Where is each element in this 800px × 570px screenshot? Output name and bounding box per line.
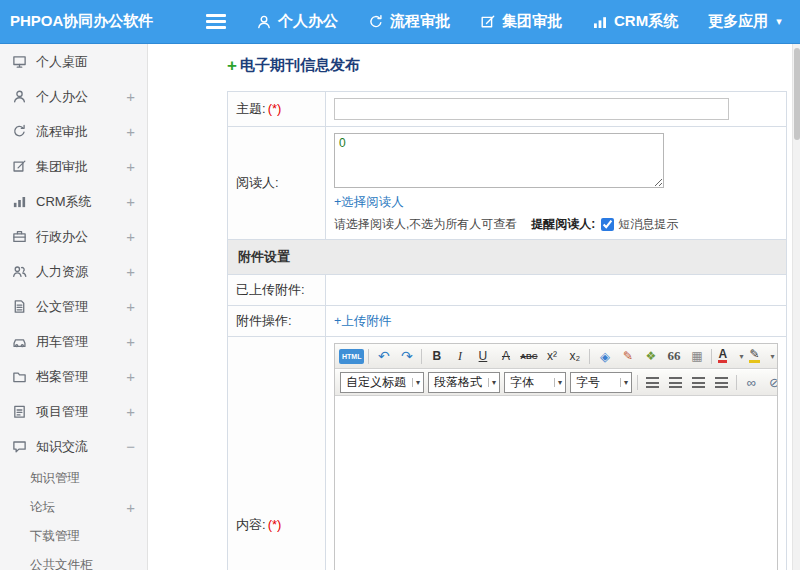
- page-title-text: 电子期刊信息发布: [240, 56, 360, 75]
- align-center-button[interactable]: [665, 373, 686, 393]
- superscript-button[interactable]: x²: [541, 346, 562, 366]
- folder-icon: [12, 369, 27, 384]
- font-family-select[interactable]: 字体 ▾: [504, 372, 566, 393]
- menu-icon[interactable]: [206, 11, 226, 32]
- blockquote-button[interactable]: 66: [663, 346, 684, 366]
- expand-icon[interactable]: +: [126, 403, 135, 420]
- nav-group-approval[interactable]: 集团审批: [480, 12, 562, 31]
- chevron-down-icon: ▾: [739, 352, 743, 361]
- html-source-button[interactable]: HTML: [339, 349, 364, 364]
- nav-label: CRM系统: [614, 12, 678, 31]
- expand-icon[interactable]: +: [126, 193, 135, 210]
- eraser-button[interactable]: ◈: [594, 346, 615, 366]
- cycle-icon: [368, 14, 384, 30]
- emoticon-grid-button[interactable]: ▦: [686, 346, 707, 366]
- edit-icon: [480, 14, 496, 30]
- vertical-scrollbar[interactable]: [792, 44, 800, 570]
- sidebar-item-knowledge-exchange[interactable]: 知识交流 −: [0, 429, 147, 464]
- link-button[interactable]: ∞: [741, 373, 762, 393]
- font-size-select[interactable]: 字号 ▾: [570, 372, 632, 393]
- nav-crm[interactable]: CRM系统: [592, 12, 678, 31]
- upload-attachment-link[interactable]: +上传附件: [334, 313, 391, 330]
- custom-heading-select[interactable]: 自定义标题 ▾: [340, 372, 424, 393]
- sidebar-subitem-forum[interactable]: 论坛 +: [0, 493, 147, 522]
- top-nav: 个人办公 流程审批 集团审批 CRM系统 更多应用 ▾: [256, 12, 782, 31]
- expand-icon[interactable]: +: [126, 368, 135, 385]
- expand-icon[interactable]: +: [126, 158, 135, 175]
- subscript-button[interactable]: x₂: [564, 346, 585, 366]
- readers-textarea[interactable]: 0: [334, 133, 664, 188]
- select-readers-link[interactable]: +选择阅读人: [334, 194, 404, 211]
- sidebar-item-crm[interactable]: CRM系统 +: [0, 184, 147, 219]
- page-title: + 电子期刊信息发布: [227, 56, 792, 75]
- sidebar-item-vehicle-mgmt[interactable]: 用车管理 +: [0, 324, 147, 359]
- align-justify-button[interactable]: [711, 373, 732, 393]
- sidebar-subitem-download-mgmt[interactable]: 下载管理: [0, 522, 147, 551]
- unlink-button[interactable]: ⊘: [764, 373, 777, 393]
- content-label: 内容:: [236, 517, 266, 532]
- align-left-button[interactable]: [642, 373, 663, 393]
- document-icon: [12, 299, 27, 314]
- format-brush-button[interactable]: ✎: [617, 346, 638, 366]
- underline-button[interactable]: U: [472, 346, 493, 366]
- sidebar-item-personal-office[interactable]: 个人办公 +: [0, 79, 147, 114]
- strikethrough-button[interactable]: A: [495, 346, 516, 366]
- sidebar-item-hr[interactable]: 人力资源 +: [0, 254, 147, 289]
- chevron-down-icon: ▾: [620, 378, 628, 387]
- expand-icon[interactable]: +: [126, 499, 135, 516]
- redo-button[interactable]: ↷: [396, 346, 417, 366]
- editor-toolbar-row2: 自定义标题 ▾ 段落格式 ▾ 字体 ▾: [335, 369, 777, 396]
- paint-format-button[interactable]: ❖: [640, 346, 661, 366]
- bold-button[interactable]: B: [426, 346, 447, 366]
- scrollbar-thumb[interactable]: [794, 48, 800, 140]
- attachment-ops-row: 附件操作: +上传附件: [228, 306, 787, 337]
- sidebar-item-document-mgmt[interactable]: 公文管理 +: [0, 289, 147, 324]
- sidebar-item-project-mgmt[interactable]: 项目管理 +: [0, 394, 147, 429]
- nav-personal-office[interactable]: 个人办公: [256, 12, 338, 31]
- chevron-down-icon: ▾: [554, 378, 562, 387]
- expand-icon[interactable]: +: [126, 333, 135, 350]
- remind-readers-label: 提醒阅读人:: [531, 216, 595, 233]
- nav-label: 流程审批: [390, 12, 450, 31]
- uploaded-label: 已上传附件:: [228, 275, 326, 306]
- expand-icon[interactable]: +: [126, 123, 135, 140]
- subject-input[interactable]: [334, 98, 729, 120]
- expand-icon[interactable]: +: [126, 88, 135, 105]
- sidebar-item-group-approval[interactable]: 集团审批 +: [0, 149, 147, 184]
- sidebar-item-archive-mgmt[interactable]: 档案管理 +: [0, 359, 147, 394]
- collapse-icon[interactable]: −: [126, 438, 135, 455]
- font-color-button[interactable]: A ▾: [716, 346, 745, 366]
- sidebar-subitem-knowledge-mgmt[interactable]: 知识管理: [0, 464, 147, 493]
- paragraph-format-select[interactable]: 段落格式 ▾: [428, 372, 500, 393]
- italic-button[interactable]: I: [449, 346, 470, 366]
- nav-more-apps[interactable]: 更多应用 ▾: [708, 12, 782, 31]
- nav-label: 更多应用: [708, 12, 768, 31]
- sidebar-item-admin-office[interactable]: 行政办公 +: [0, 219, 147, 254]
- readers-row: 阅读人: 0 +选择阅读人 请选择阅读人,不选为所有人可查看 提醒阅读人: 短消…: [228, 127, 787, 240]
- required-mark: (*): [268, 101, 282, 116]
- align-right-button[interactable]: [688, 373, 709, 393]
- sms-checkbox[interactable]: [601, 218, 614, 231]
- expand-icon[interactable]: +: [126, 298, 135, 315]
- bar-chart-icon: [12, 194, 27, 209]
- person-icon: [256, 14, 272, 30]
- nav-flow-approval[interactable]: 流程审批: [368, 12, 450, 31]
- sms-checkbox-label: 短消息提示: [618, 216, 678, 233]
- remove-format-button[interactable]: ABC: [518, 346, 539, 366]
- expand-icon[interactable]: +: [126, 263, 135, 280]
- people-icon: [12, 264, 27, 279]
- attachment-section-row: 附件设置: [228, 240, 787, 275]
- briefcase-icon: [12, 229, 27, 244]
- uploaded-attachments-row: 已上传附件:: [228, 275, 787, 306]
- edit-icon: [12, 159, 27, 174]
- sidebar-item-personal-desktop[interactable]: 个人桌面: [0, 44, 147, 79]
- undo-button[interactable]: ↶: [373, 346, 394, 366]
- editor-content-area[interactable]: [335, 396, 777, 570]
- highlight-color-button[interactable]: ✎ ▾: [747, 346, 776, 366]
- sidebar-item-flow-approval[interactable]: 流程审批 +: [0, 114, 147, 149]
- chevron-down-icon: ▾: [488, 378, 496, 387]
- main-content: + 电子期刊信息发布 主题:(*) 阅读人: 0 +选择阅读人: [148, 44, 792, 570]
- expand-icon[interactable]: +: [126, 228, 135, 245]
- attachment-section-title: 附件设置: [228, 240, 787, 275]
- sidebar-subitem-public-file-cabinet[interactable]: 公共文件柜: [0, 551, 147, 570]
